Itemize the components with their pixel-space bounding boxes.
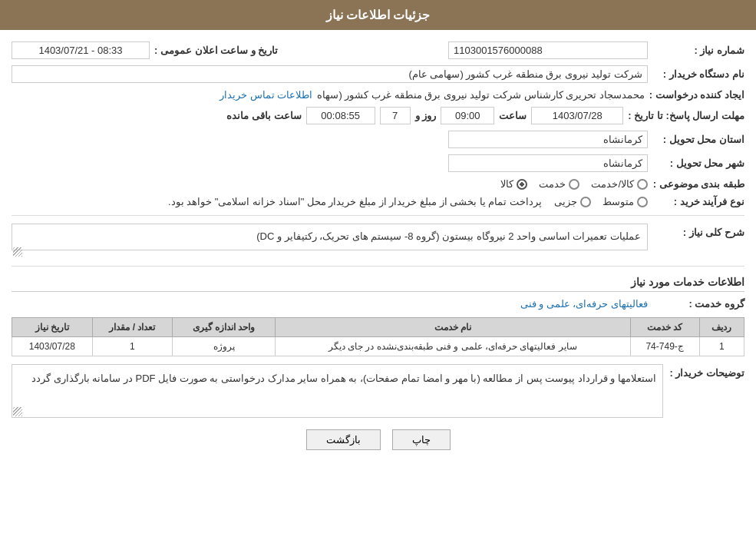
category-option-kala[interactable]: کالا <box>500 178 527 190</box>
requester-value: شرکت تولید نیروی برق منطقه غرب کشور (سها… <box>12 65 648 83</box>
category-options: کالا/خدمت خدمت کالا <box>500 178 648 190</box>
category-kala-khedmat-label: کالا/خدمت <box>591 178 634 190</box>
deadline-remaining-label: ساعت باقی مانده <box>226 110 301 121</box>
cell-service-code: ج-749-74 <box>630 337 699 356</box>
buttons-row: چاپ بازگشت <box>12 429 744 450</box>
city-label: شهر محل تحویل : <box>652 157 744 169</box>
col-header-service-name: نام خدمت <box>275 318 630 337</box>
radio-kala-icon <box>517 179 527 190</box>
deadline-remaining: 00:08:55 <box>306 107 375 124</box>
col-header-quantity: تعداد / مقدار <box>92 318 172 337</box>
deadline-label: مهلت ارسال پاسخ: تا تاریخ : <box>628 110 744 121</box>
print-button[interactable]: چاپ <box>392 429 451 450</box>
table-head: ردیف کد خدمت نام خدمت واحد اندازه گیری ت… <box>12 318 744 337</box>
service-info-title: اطلاعات خدمات مورد نیاز <box>12 276 744 292</box>
announcement-value: 1403/07/21 - 08:33 <box>12 41 150 59</box>
process-row: نوع فرآیند خرید : متوسط جزیی پرداخت تمام… <box>12 196 744 207</box>
buyer-notes-value: استعلامها و قرارداد پیوست پس از مطالعه (… <box>12 364 663 418</box>
process-jozi-label: جزیی <box>554 196 577 207</box>
service-group-row: گروه خدمت : فعالیتهای حرفه‌ای، علمی و فن… <box>12 298 744 310</box>
radio-khedmat-icon <box>569 179 579 190</box>
creator-label: ایجاد کننده درخواست : <box>649 89 744 101</box>
creator-row: ایجاد کننده درخواست : محمدسجاد تحریری کا… <box>12 89 744 101</box>
table-row: 1 ج-749-74 سایر فعالیتهای حرفه‌ای، علمی … <box>12 337 744 356</box>
buyer-notes-wrapper: استعلامها و قرارداد پیوست پس از مطالعه (… <box>12 364 663 418</box>
creator-contact-link[interactable]: اطلاعات تماس خریدار <box>220 89 312 101</box>
services-table-section: ردیف کد خدمت نام خدمت واحد اندازه گیری ت… <box>12 317 744 356</box>
process-option-motavaset[interactable]: متوسط <box>602 196 648 207</box>
deadline-date: 1403/07/28 <box>531 107 623 124</box>
page-title: جزئیات اطلاعات نیاز <box>326 8 431 22</box>
need-description-wrapper: عملیات تعمیرات اساسی واحد 2 نیروگاه بیست… <box>12 224 648 258</box>
need-number-label: شماره نیاز : <box>652 45 744 56</box>
cell-date: 1403/07/28 <box>12 337 93 356</box>
col-header-unit: واحد اندازه گیری <box>173 318 276 337</box>
need-number-value: 1103001576000088 <box>448 41 648 59</box>
radio-kala-khedmat-icon <box>637 179 648 190</box>
col-header-service-code: کد خدمت <box>630 318 699 337</box>
province-row: استان محل تحویل : کرمانشاه <box>12 131 744 148</box>
deadline-time: 09:00 <box>441 107 494 124</box>
col-header-date: تاریخ نیاز <box>12 318 93 337</box>
content-area: شماره نیاز : 1103001576000088 تاریخ و سا… <box>0 30 756 462</box>
need-description-value: عملیات تعمیرات اساسی واحد 2 نیروگاه بیست… <box>12 224 648 250</box>
need-description-label: شرح کلی نیاز : <box>652 224 744 238</box>
category-option-khedmat[interactable]: خدمت <box>539 178 579 190</box>
category-label: طبقه بندی موضوعی : <box>652 178 744 190</box>
cell-service-name: سایر فعالیتهای حرفه‌ای، علمی و فنی طبقه‌… <box>275 337 630 356</box>
col-header-row-num: ردیف <box>699 318 744 337</box>
page-header: جزئیات اطلاعات نیاز <box>0 0 756 30</box>
service-group-label: گروه خدمت : <box>652 298 744 310</box>
back-button[interactable]: بازگشت <box>306 429 381 450</box>
deadline-time-label: ساعت <box>499 110 527 121</box>
cell-quantity: 1 <box>92 337 172 356</box>
resize-handle-icon <box>13 247 22 257</box>
deadline-days-label: روز و <box>415 110 437 121</box>
category-option-kala-khedmat[interactable]: کالا/خدمت <box>591 178 648 190</box>
city-row: شهر محل تحویل : کرمانشاه <box>12 154 744 172</box>
requester-label: نام دستگاه خریدار : <box>652 68 744 80</box>
cell-unit: پروژه <box>173 337 276 356</box>
service-group-value[interactable]: فعالیتهای حرفه‌ای، علمی و فنی <box>520 298 648 310</box>
table-header-row: ردیف کد خدمت نام خدمت واحد اندازه گیری ت… <box>12 318 744 337</box>
deadline-days: 7 <box>380 107 411 124</box>
process-options: متوسط جزیی <box>554 196 648 207</box>
process-motavaset-label: متوسط <box>602 196 634 207</box>
buyer-notes-row: توضیحات خریدار : استعلامها و قرارداد پیو… <box>12 364 744 418</box>
resize-handle-notes-icon <box>13 407 22 416</box>
cell-row-num: 1 <box>699 337 744 356</box>
divider-2 <box>12 266 744 267</box>
radio-jozi-icon <box>580 197 591 207</box>
category-khedmat-label: خدمت <box>539 178 566 190</box>
services-table: ردیف کد خدمت نام خدمت واحد اندازه گیری ت… <box>12 317 744 356</box>
buyer-notes-label: توضیحات خریدار : <box>668 364 744 379</box>
process-note: پرداخت تمام یا بخشی از مبلغ خریدار از مب… <box>168 196 542 207</box>
process-option-jozi[interactable]: جزیی <box>554 196 591 207</box>
divider-1 <box>12 215 744 216</box>
table-body: 1 ج-749-74 سایر فعالیتهای حرفه‌ای، علمی … <box>12 337 744 356</box>
need-description-row: شرح کلی نیاز : عملیات تعمیرات اساسی واحد… <box>12 224 744 258</box>
category-kala-label: کالا <box>500 178 513 190</box>
process-label: نوع فرآیند خرید : <box>652 196 744 207</box>
radio-motavaset-icon <box>637 197 648 207</box>
category-row: طبقه بندی موضوعی : کالا/خدمت خدمت کالا <box>12 178 744 190</box>
province-label: استان محل تحویل : <box>652 134 744 145</box>
deadline-row: مهلت ارسال پاسخ: تا تاریخ : 1403/07/28 س… <box>12 107 744 124</box>
creator-value: محمدسجاد تحریری کارشناس شرکت تولید نیروی… <box>317 89 644 101</box>
need-number-row: شماره نیاز : 1103001576000088 تاریخ و سا… <box>12 41 744 59</box>
province-value: کرمانشاه <box>448 131 648 148</box>
requester-row: نام دستگاه خریدار : شرکت تولید نیروی برق… <box>12 65 744 83</box>
city-value: کرمانشاه <box>448 154 648 172</box>
announcement-label: تاریخ و ساعت اعلان عمومی : <box>154 45 278 56</box>
page-container: جزئیات اطلاعات نیاز شماره نیاز : 1103001… <box>0 0 756 540</box>
